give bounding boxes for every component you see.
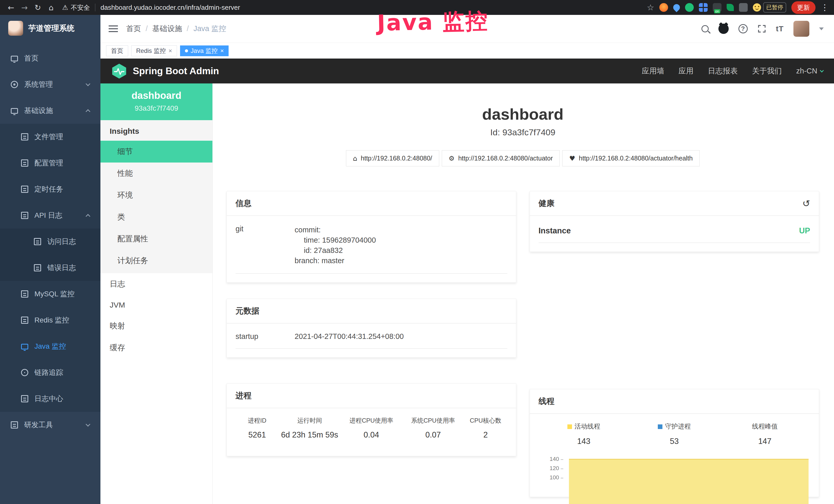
- chevron-up-icon: [86, 109, 90, 114]
- forward-icon[interactable]: →: [19, 2, 30, 13]
- github-icon[interactable]: [719, 24, 729, 34]
- back-icon[interactable]: ←: [5, 2, 17, 13]
- sba-sidebar: dashboard 93a3fc7f7409 Insights 细节 性能 环境…: [101, 84, 213, 504]
- extension-icon-fox[interactable]: [659, 3, 668, 12]
- legend-label: 线程峰值: [720, 422, 810, 431]
- sba-item-details[interactable]: 细节: [101, 141, 213, 162]
- sba-nav-about[interactable]: 关于我们: [752, 66, 782, 76]
- extension-icon-puzzle[interactable]: [739, 3, 748, 12]
- sidebar-item-file-management[interactable]: 文件管理: [0, 124, 101, 150]
- sba-brand[interactable]: Spring Boot Admin: [111, 63, 219, 79]
- sba-item-scheduled-tasks[interactable]: 计划任务: [101, 250, 213, 272]
- sidebar-item-config-management[interactable]: 配置管理: [0, 150, 101, 176]
- help-icon[interactable]: ?: [739, 24, 748, 33]
- extension-icon-switch[interactable]: on: [713, 3, 722, 12]
- fullscreen-icon[interactable]: [758, 24, 766, 33]
- tab-java-monitor[interactable]: Java 监控 ×: [180, 45, 228, 56]
- process-col-system-cpu: 系统CPU使用率 0.07: [402, 416, 464, 439]
- chevron-down-icon: [86, 82, 90, 86]
- process-col-cores: CPU核心数 2: [464, 416, 507, 439]
- sidebar-menu: 首页 系统管理 基础设施 文件管理 配置管理 定时任务: [0, 42, 101, 438]
- extension-icon-green[interactable]: [685, 3, 694, 12]
- close-icon[interactable]: ×: [169, 48, 172, 54]
- warning-icon: ⚠: [62, 4, 68, 11]
- bookmark-star-icon[interactable]: ☆: [647, 3, 654, 12]
- health-instance-row[interactable]: Instance UP: [539, 218, 810, 243]
- sidebar-item-system-management[interactable]: 系统管理: [0, 71, 101, 97]
- sidebar-item-mysql-monitor[interactable]: MySQL 监控: [0, 281, 101, 307]
- sba-item-config-props[interactable]: 配置属性: [101, 228, 213, 250]
- threads-chart: 140 120 100: [539, 457, 810, 488]
- cards-left-column: 信息 git commit: time: 1596289704000 id: 2: [226, 191, 516, 456]
- sidebar-toggle-icon[interactable]: [101, 15, 126, 43]
- y-axis-tick: 140: [539, 456, 563, 462]
- breadcrumb-home[interactable]: 首页: [126, 24, 141, 34]
- sba-nav-wallboard[interactable]: 应用墙: [642, 66, 664, 76]
- avatar[interactable]: [793, 21, 809, 37]
- browser-menu-icon[interactable]: ⋮: [821, 3, 829, 12]
- update-button[interactable]: 更新: [791, 1, 815, 14]
- tab-home[interactable]: 首页: [106, 45, 128, 56]
- sba-instance-header[interactable]: dashboard 93a3fc7f7409: [101, 84, 213, 120]
- sba-nav-applications[interactable]: 应用: [679, 66, 694, 76]
- sidebar-item-label: Java 监控: [35, 342, 66, 351]
- app-logo-row[interactable]: 芋道管理系统: [0, 15, 101, 42]
- sidebar-item-dev-tools[interactable]: 研发工具: [0, 412, 101, 438]
- sidebar-item-label: API 日志: [35, 210, 62, 220]
- sidebar-item-redis-monitor[interactable]: Redis 监控: [0, 307, 101, 333]
- tab-redis-monitor[interactable]: Redis 监控 ×: [131, 45, 177, 56]
- sba-brand-title: Spring Boot Admin: [133, 66, 219, 76]
- security-chip[interactable]: ⚠ 不安全: [62, 3, 90, 12]
- sba-item-metrics[interactable]: 性能: [101, 162, 213, 184]
- sidebar-item-scheduled-tasks[interactable]: 定时任务: [0, 176, 101, 202]
- sidebar-item-log-center[interactable]: 日志中心: [0, 386, 101, 412]
- sidebar-item-java-monitor[interactable]: Java 监控: [0, 333, 101, 360]
- extension-icon-drop[interactable]: [672, 3, 681, 12]
- sidebar-item-access-logs[interactable]: 访问日志: [0, 229, 101, 255]
- sba-item-caches[interactable]: 缓存: [101, 337, 213, 359]
- sba-item-jvm[interactable]: JVM: [101, 295, 213, 315]
- home-icon[interactable]: ⌂: [45, 2, 57, 13]
- sidebar-item-trace[interactable]: 链路追踪: [0, 360, 101, 386]
- column-header: 进程ID: [236, 416, 279, 425]
- reload-icon[interactable]: ↻: [32, 2, 44, 13]
- infrastructure-icon: [11, 108, 18, 114]
- extension-paused[interactable]: 已暂停: [753, 2, 786, 13]
- sba-item-classes[interactable]: 类: [101, 206, 213, 228]
- breadcrumb-infrastructure[interactable]: 基础设施: [141, 24, 182, 34]
- legend-label: 活动线程: [539, 422, 629, 431]
- sba-item-mappings[interactable]: 映射: [101, 315, 213, 337]
- sidebar-item-error-logs[interactable]: 错误日志: [0, 255, 101, 281]
- info-git-row: git commit: time: 1596289704000 id: 27aa…: [236, 218, 507, 274]
- sba-item-logs[interactable]: 日志: [101, 273, 213, 295]
- divider: [95, 4, 95, 11]
- actuator-url-link[interactable]: ⚙ http://192.168.0.2:48080/actuator: [442, 150, 560, 166]
- sidebar-item-infrastructure[interactable]: 基础设施: [0, 97, 101, 124]
- app-logo: [8, 21, 23, 36]
- chevron-down-icon[interactable]: [819, 27, 824, 30]
- history-icon[interactable]: ↺: [803, 198, 810, 209]
- font-size-icon[interactable]: tT: [776, 24, 784, 33]
- extension-icon-leaf[interactable]: [727, 4, 734, 11]
- chevron-down-icon: [86, 422, 90, 427]
- extension-on-badge: on: [714, 9, 720, 13]
- url-text[interactable]: dashboard.yudao.iocoder.cn/infra/admin-s…: [101, 4, 240, 12]
- extension-icon-grid[interactable]: [699, 3, 708, 12]
- sidebar-item-home[interactable]: 首页: [0, 45, 101, 71]
- search-icon[interactable]: [701, 25, 709, 32]
- sba-navbar: Spring Boot Admin 应用墙 应用 日志报表 关于我们 zh-CN: [101, 59, 834, 84]
- sba-language-select[interactable]: zh-CN: [796, 67, 823, 75]
- breadcrumb: 首页 基础设施 Java 监控: [126, 24, 226, 34]
- health-url-link[interactable]: ♥ http://192.168.0.2:48080/actuator/heal…: [562, 150, 700, 166]
- chevron-up-icon: [86, 214, 90, 219]
- close-icon[interactable]: ×: [220, 48, 224, 54]
- instance-name: dashboard: [106, 90, 207, 101]
- chevron-down-icon: [820, 68, 824, 72]
- sidebar-item-api-logs[interactable]: API 日志: [0, 202, 101, 229]
- access-log-icon: [34, 238, 41, 245]
- sba-item-environment[interactable]: 环境: [101, 184, 213, 206]
- column-header: 系统CPU使用率: [402, 416, 464, 425]
- sba-nav-journal[interactable]: 日志报表: [708, 66, 738, 76]
- file-icon: [21, 133, 28, 140]
- service-url-link[interactable]: ⌂ http://192.168.0.2:48080/: [346, 150, 439, 166]
